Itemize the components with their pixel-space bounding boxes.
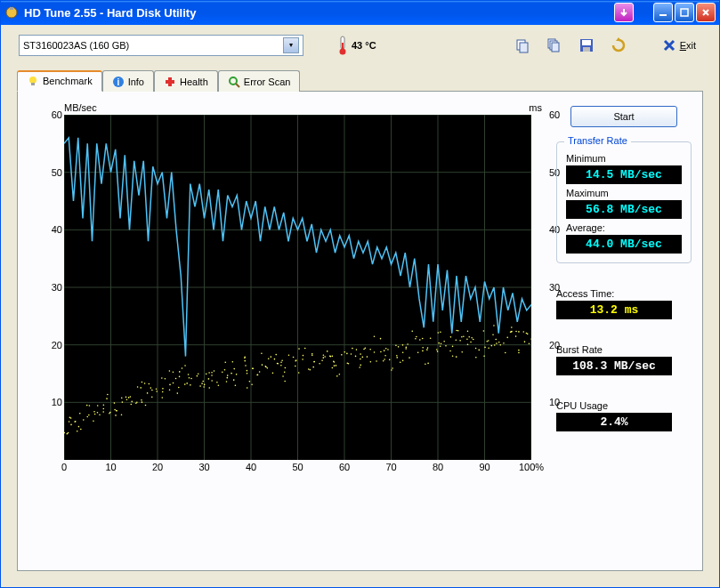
content-area: Benchmark i Info Health Error Scan MB/se… [1, 66, 719, 587]
y-axis-right-label: ms [529, 102, 542, 113]
temperature-value: 43 °C [352, 40, 376, 51]
main-window: HD Tune 2.55 - Hard Disk Utility ST31600… [0, 0, 720, 588]
svg-point-312 [483, 330, 485, 332]
svg-point-320 [496, 342, 498, 344]
svg-point-15 [29, 77, 36, 84]
svg-point-271 [427, 347, 429, 349]
svg-point-134 [208, 387, 210, 389]
svg-point-173 [272, 373, 274, 375]
exit-button[interactable]: Exit [657, 36, 701, 54]
svg-point-115 [177, 392, 179, 394]
close-button[interactable] [696, 3, 716, 22]
svg-point-195 [304, 348, 306, 350]
svg-point-252 [392, 367, 393, 369]
svg-point-163 [259, 371, 261, 373]
svg-point-165 [252, 367, 254, 369]
svg-point-218 [336, 375, 338, 377]
svg-point-193 [303, 355, 304, 357]
copy-icon [514, 37, 530, 53]
start-button[interactable]: Start [570, 106, 677, 127]
svg-point-234 [360, 353, 361, 355]
tab-health[interactable]: Health [154, 70, 218, 92]
svg-point-229 [362, 357, 364, 358]
svg-point-210 [324, 356, 326, 358]
tab-info[interactable]: i Info [102, 70, 154, 92]
svg-point-325 [511, 326, 513, 328]
copy-button[interactable] [511, 34, 534, 57]
svg-point-116 [178, 387, 180, 389]
drive-select[interactable]: ST3160023AS (160 GB) ▾ [19, 35, 303, 56]
svg-point-311 [488, 340, 489, 342]
svg-point-280 [440, 346, 441, 348]
svg-point-144 [224, 369, 226, 371]
tab-benchmark[interactable]: Benchmark [17, 70, 102, 92]
svg-point-284 [438, 332, 440, 334]
svg-point-45 [64, 432, 65, 434]
svg-point-205 [323, 354, 325, 356]
maximum-value: 56.8 MB/sec [566, 200, 682, 219]
svg-point-151 [232, 361, 234, 363]
svg-point-21 [230, 77, 237, 85]
svg-point-334 [524, 341, 526, 342]
svg-point-93 [145, 405, 147, 407]
titlebar[interactable]: HD Tune 2.55 - Hard Disk Utility [1, 1, 719, 25]
svg-point-179 [277, 363, 279, 365]
svg-point-301 [470, 342, 472, 343]
svg-point-221 [344, 351, 345, 353]
cpu-usage-label: CPU Usage [556, 400, 692, 411]
svg-point-315 [484, 347, 486, 349]
svg-point-59 [93, 411, 95, 413]
svg-point-248 [383, 360, 384, 362]
svg-point-172 [265, 366, 267, 368]
svg-point-239 [370, 361, 372, 363]
svg-point-265 [416, 336, 417, 338]
svg-point-80 [125, 397, 127, 399]
svg-point-55 [86, 416, 88, 418]
svg-point-246 [384, 350, 385, 351]
svg-point-314 [491, 345, 493, 347]
minimize-button[interactable] [653, 3, 673, 22]
svg-point-317 [492, 334, 494, 336]
svg-point-65 [102, 408, 104, 410]
svg-point-204 [319, 363, 320, 365]
maximize-button[interactable] [675, 3, 694, 22]
svg-point-279 [436, 349, 438, 350]
svg-point-171 [268, 358, 270, 359]
health-icon [164, 76, 176, 88]
svg-point-313 [488, 347, 489, 349]
svg-point-181 [280, 365, 282, 366]
benchmark-chart [64, 115, 531, 460]
svg-point-331 [518, 350, 520, 351]
cpu-usage-value: 2.4% [556, 413, 672, 431]
tab-error-scan[interactable]: Error Scan [218, 70, 301, 92]
copy-all-button[interactable] [543, 34, 566, 57]
burst-rate-label: Burst Rate [556, 344, 692, 355]
svg-point-162 [251, 383, 253, 385]
download-button[interactable] [614, 3, 634, 22]
svg-point-75 [116, 410, 117, 412]
save-button[interactable] [575, 34, 598, 57]
svg-point-61 [94, 414, 96, 415]
svg-point-133 [206, 374, 207, 375]
svg-point-226 [352, 348, 353, 350]
svg-point-257 [396, 355, 398, 357]
svg-point-114 [179, 371, 181, 373]
svg-point-95 [151, 390, 153, 391]
svg-point-262 [406, 347, 408, 349]
svg-rect-13 [582, 40, 591, 45]
svg-point-142 [222, 371, 223, 373]
svg-point-249 [384, 358, 385, 360]
refresh-button[interactable] [607, 34, 630, 57]
svg-point-336 [518, 331, 520, 333]
svg-point-273 [422, 347, 424, 349]
svg-point-219 [336, 365, 337, 366]
save-icon [578, 37, 595, 53]
svg-rect-20 [168, 77, 172, 86]
svg-point-106 [165, 378, 166, 380]
svg-point-118 [184, 365, 186, 366]
svg-point-319 [498, 342, 500, 343]
svg-point-100 [161, 377, 163, 379]
transfer-rate-group: Transfer Rate Minimum 14.5 MB/sec Maximu… [556, 141, 692, 263]
chevron-down-icon[interactable]: ▾ [283, 37, 299, 53]
svg-point-307 [483, 355, 485, 357]
